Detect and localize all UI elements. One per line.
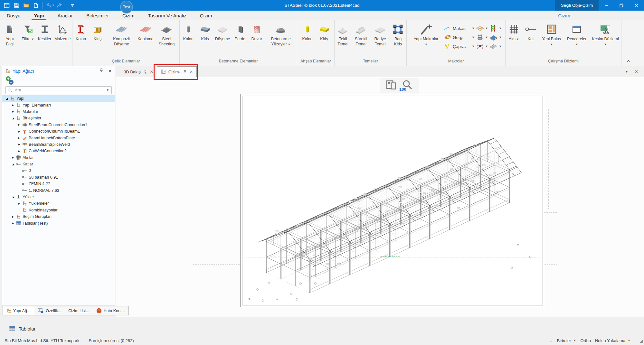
snap-button[interactable]: Nokta Yakalama bbox=[595, 338, 625, 343]
ribbon-button-kesim-d-zlemi[interactable]: Kesim Düzlemi ▼ bbox=[590, 22, 621, 48]
tree-item-su-basman-0-91[interactable]: Su basman 0,91 bbox=[2, 174, 115, 181]
dropdown-arrow-icon[interactable]: ▼ bbox=[516, 38, 519, 41]
tablolar-bar[interactable]: Tablolar bbox=[0, 322, 644, 335]
tree-expander-closed-icon[interactable]: ▶ bbox=[17, 123, 21, 126]
tree-item-beamhaunchbottomplate[interactable]: ▶BeamHaunchBottomPlate bbox=[2, 135, 115, 141]
tree-expander-closed-icon[interactable]: ▶ bbox=[17, 130, 21, 133]
status-overflow[interactable]: .. bbox=[550, 338, 552, 343]
macro-apraz-button[interactable]: Çapraz bbox=[453, 44, 471, 49]
search-dropdown-icon[interactable]: ▼ bbox=[106, 89, 109, 92]
zoom-icon[interactable]: 100 bbox=[402, 80, 413, 91]
menu-tab-dosya[interactable]: Dosya bbox=[0, 11, 27, 20]
tree-item-y-klemeler[interactable]: ▶Yüklemeler bbox=[2, 200, 115, 207]
minimize-button[interactable] bbox=[599, 0, 614, 11]
pin-icon[interactable] bbox=[183, 70, 187, 74]
save-icon[interactable] bbox=[12, 0, 21, 11]
resize-grip[interactable] bbox=[640, 339, 643, 344]
menu-tab-yap[interactable]: Yapı bbox=[27, 11, 51, 20]
brace-v-icon[interactable] bbox=[443, 43, 452, 49]
redo-icon[interactable] bbox=[54, 0, 64, 11]
app-icon[interactable] bbox=[2, 0, 12, 11]
ribbon-button-perde[interactable]: Perde bbox=[232, 22, 248, 42]
ribbon-button-aks[interactable]: Aks ▼ bbox=[506, 22, 522, 42]
ribbon-button-d-eme[interactable]: Döşeme bbox=[213, 22, 232, 42]
ribbon-button-kolon[interactable]: Kolon bbox=[180, 22, 197, 42]
ladder-green-icon[interactable] bbox=[489, 24, 498, 32]
tree-search-input[interactable] bbox=[14, 88, 104, 93]
tree-expander-open-icon[interactable]: ◢ bbox=[5, 97, 9, 100]
ribbon-button-kiri[interactable]: Kiriş bbox=[89, 22, 106, 42]
ribbon-button-yap-bilgi[interactable]: Yapı Bilgi bbox=[0, 22, 20, 48]
menu-tab-tasar-m-ve-analiz[interactable]: Tasarım Ve Analiz bbox=[141, 11, 193, 20]
dropdown-arrow-icon[interactable]: ▼ bbox=[499, 45, 502, 48]
pin-icon[interactable] bbox=[99, 68, 104, 74]
tree-item-yap[interactable]: ◢Yapı bbox=[2, 95, 115, 102]
dock-tab-yap-a[interactable]: Yapı Ağ... bbox=[3, 306, 34, 315]
ribbon-button-s-rekli-temel[interactable]: Sürekli Temel bbox=[351, 22, 371, 48]
tree-item-steelbeamconcreteconnection1[interactable]: ▶SteelBeamConcreteConnection1 bbox=[2, 122, 115, 128]
ribbon-button-kolon[interactable]: Kolon bbox=[299, 22, 316, 42]
close-document-icon[interactable]: ✕ bbox=[635, 69, 638, 74]
grid-tan-icon[interactable] bbox=[476, 25, 484, 31]
dropdown-arrow-icon[interactable]: ▼ bbox=[472, 27, 475, 30]
tree-item-1-normal-7-63[interactable]: 1. NORMAL 7,63 bbox=[2, 187, 115, 193]
tree-item-0[interactable]: 0 bbox=[2, 167, 115, 174]
tree-expander-closed-icon[interactable]: ▶ bbox=[17, 143, 21, 146]
ribbon-button-steel-sheeting[interactable]: Steel Sheeting bbox=[154, 22, 179, 48]
tree-item-yap-elemanlar[interactable]: ▶Yapı Elemanları bbox=[2, 102, 115, 108]
menu-tab-izim-2[interactable]: Çizim bbox=[193, 11, 219, 20]
close-tab-icon[interactable]: ✕ bbox=[190, 70, 193, 74]
tree-expander-closed-icon[interactable]: ▶ bbox=[17, 150, 21, 153]
tree-expander-closed-icon[interactable]: ▶ bbox=[11, 156, 15, 159]
ortho-toggle[interactable]: Ortho bbox=[580, 338, 591, 343]
layout-views-icon[interactable] bbox=[386, 80, 398, 91]
drawing-canvas[interactable]: 100 Bk. Plan 3 m Ölçek 1:50 bbox=[116, 77, 644, 317]
dropdown-arrow-icon[interactable]: ▼ bbox=[550, 43, 553, 46]
close-panel-icon[interactable]: ✕ bbox=[108, 69, 112, 74]
dropdown-arrow-icon[interactable]: ▼ bbox=[485, 45, 488, 48]
snap-dropdown-icon[interactable]: ▼ bbox=[628, 339, 630, 342]
dropdown-arrow-icon[interactable]: ▼ bbox=[472, 45, 475, 48]
close-button[interactable]: ✕ bbox=[629, 0, 644, 11]
tree-item-zemin-4-27[interactable]: ZEMIN 4,27 bbox=[2, 181, 115, 187]
dropdown-arrow-icon[interactable]: ▼ bbox=[604, 43, 607, 46]
dropdown-arrow-icon[interactable]: ▼ bbox=[31, 38, 34, 41]
dropdown-arrow-icon[interactable]: ▼ bbox=[472, 36, 475, 39]
tree-item-makrolar[interactable]: ▶Makrolar bbox=[2, 108, 115, 115]
ribbon-button-kaplama[interactable]: Kaplama bbox=[137, 22, 154, 42]
units-button[interactable]: Birimler bbox=[557, 338, 571, 343]
macro-gergi-button[interactable]: Gergi bbox=[453, 35, 471, 40]
tree-item-se-im-guruplar[interactable]: ▶Seçim Gurupları bbox=[2, 213, 115, 220]
ribbon-button-radye-temel[interactable]: Radye Temel bbox=[371, 22, 390, 48]
menu-tab-ara-lar[interactable]: Araçlar bbox=[51, 11, 80, 20]
ribbon-button-yap-makrolar[interactable]: Yapı Makrolar ▼ bbox=[410, 22, 442, 48]
tree-expander-closed-icon[interactable]: ▶ bbox=[17, 202, 21, 205]
dropdown-arrow-icon[interactable]: ▼ bbox=[485, 36, 488, 39]
tree-item-y-kler[interactable]: ◢Yükler bbox=[2, 194, 115, 200]
dropdown-arrow-icon[interactable]: ▼ bbox=[499, 36, 502, 39]
close-tab-icon[interactable]: ✕ bbox=[150, 70, 153, 74]
drawing-sheet[interactable]: Bk. Plan 3 m Ölçek 1:50 bbox=[240, 94, 544, 307]
dropdown-arrow-icon[interactable]: ▼ bbox=[287, 43, 290, 46]
ribbon-button-duvar[interactable]: Duvar bbox=[248, 22, 265, 42]
ribbon-button-kompozit-d-eme[interactable]: Kompozit Döşeme bbox=[106, 22, 137, 48]
document-tab-izim[interactable]: Çizim-✕ bbox=[157, 66, 197, 77]
tree-item-akslar[interactable]: ▶Akslar bbox=[2, 154, 115, 161]
tree-item-cutweldconnection2[interactable]: ▶CutWeldConnection2 bbox=[2, 148, 115, 154]
dock-tab-zellik[interactable]: Özellik... bbox=[34, 306, 65, 315]
ribbon-button-kiri[interactable]: Kiriş bbox=[197, 22, 213, 42]
truss-squiggle-icon[interactable] bbox=[443, 26, 452, 31]
tree-expander-closed-icon[interactable]: ▶ bbox=[11, 110, 15, 113]
tree-item-beambeamspliceweld[interactable]: ▶BeamBeamSpliceWeld bbox=[2, 141, 115, 148]
units-dropdown-icon[interactable]: ▼ bbox=[573, 339, 576, 342]
ribbon-collapse-button[interactable] bbox=[627, 58, 630, 64]
tree-item-kombinasyonlar[interactable]: Kombinasyonlar bbox=[2, 207, 115, 213]
tree-expander-closed-icon[interactable]: ▶ bbox=[17, 136, 21, 139]
spider-icon[interactable] bbox=[476, 43, 484, 49]
open-icon[interactable] bbox=[21, 0, 31, 11]
scaffold-icon[interactable] bbox=[476, 34, 484, 41]
ribbon-button-yeni-bak[interactable]: Yeni Bakış ▼ bbox=[539, 22, 564, 48]
undo-dropdown-icon[interactable]: ▼ bbox=[52, 4, 54, 7]
dropdown-arrow-icon[interactable]: ▼ bbox=[425, 43, 428, 46]
panel-blue-icon[interactable] bbox=[489, 34, 498, 41]
